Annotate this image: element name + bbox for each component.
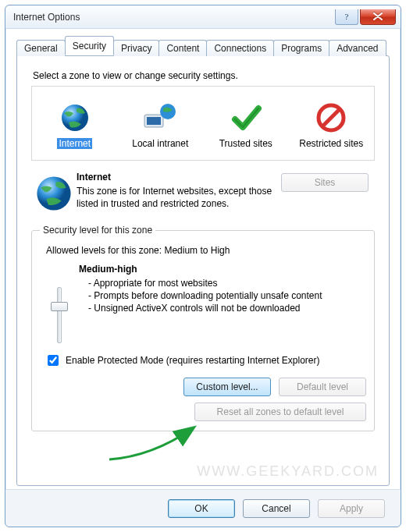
globe-icon-large: [31, 172, 77, 212]
tab-security[interactable]: Security: [65, 36, 114, 55]
zone-trusted-sites[interactable]: Trusted sites: [207, 101, 285, 149]
protected-mode-checkbox[interactable]: [48, 355, 59, 366]
protected-mode-label: Enable Protected Mode (requires restarti…: [66, 355, 320, 366]
zone-restricted-sites[interactable]: Restricted sites: [292, 101, 370, 149]
svg-point-7: [37, 176, 70, 210]
slider-thumb[interactable]: [51, 302, 68, 311]
svg-text:?: ?: [345, 12, 349, 21]
help-button[interactable]: ?: [335, 9, 358, 25]
zone-label: Internet: [57, 138, 92, 149]
security-level-group: Security level for this zone Allowed lev…: [31, 225, 375, 431]
tab-panel-security: Select a zone to view or change security…: [16, 55, 390, 486]
dialog-title: Internet Options: [13, 12, 335, 23]
zone-internet[interactable]: Internet: [36, 101, 114, 149]
zone-desc-body: This zone is for Internet websites, exce…: [77, 185, 276, 210]
level-line: - Appropriate for most websites: [88, 277, 366, 289]
help-icon: ?: [342, 12, 351, 21]
level-line: - Prompts before downloading potentially…: [88, 289, 366, 302]
zone-list: Internet Local intranet: [31, 86, 375, 161]
security-level-slider[interactable]: [57, 287, 62, 343]
titlebar: Internet Options ?: [5, 5, 401, 29]
custom-level-button[interactable]: Custom level...: [183, 378, 271, 396]
zone-local-intranet[interactable]: Local intranet: [121, 101, 199, 149]
intranet-icon: [121, 101, 199, 135]
zone-label: Restricted sites: [297, 138, 365, 149]
checkmark-icon: [207, 101, 285, 135]
protected-mode-row[interactable]: Enable Protected Mode (requires restarti…: [45, 353, 366, 368]
dialog-content: General Security Privacy Content Connect…: [5, 29, 401, 527]
sites-button: Sites: [281, 173, 369, 192]
allowed-levels: Allowed levels for this zone: Medium to …: [46, 245, 366, 256]
dialog-footer: OK Cancel Apply: [5, 489, 401, 527]
tab-content[interactable]: Content: [158, 40, 207, 56]
tab-privacy[interactable]: Privacy: [113, 40, 159, 56]
ok-button[interactable]: OK: [168, 499, 235, 518]
reset-all-zones-button: Reset all zones to default level: [194, 403, 366, 421]
tabstrip: General Security Privacy Content Connect…: [16, 37, 390, 55]
tab-general[interactable]: General: [16, 40, 66, 56]
close-button[interactable]: [360, 9, 396, 25]
internet-options-dialog: Internet Options ? General Security Priv…: [5, 5, 401, 527]
zone-label: Trusted sites: [218, 138, 274, 149]
tab-programs[interactable]: Programs: [273, 40, 329, 56]
zone-instruction: Select a zone to view or change security…: [33, 70, 378, 81]
level-line: - Unsigned ActiveX controls will not be …: [88, 302, 366, 314]
tab-connections[interactable]: Connections: [206, 40, 274, 56]
no-entry-icon: [292, 101, 370, 135]
svg-line-6: [323, 110, 339, 126]
default-level-button: Default level: [279, 378, 366, 396]
cancel-button[interactable]: Cancel: [243, 499, 310, 518]
level-title: Medium-high: [79, 264, 366, 275]
zone-label: Local intranet: [130, 138, 190, 149]
zone-desc-title: Internet: [77, 172, 276, 183]
group-legend: Security level for this zone: [40, 225, 155, 236]
tab-advanced[interactable]: Advanced: [329, 40, 386, 56]
apply-button: Apply: [318, 499, 385, 518]
svg-rect-3: [147, 117, 161, 125]
close-icon: [372, 12, 383, 20]
globe-icon: [36, 101, 114, 135]
